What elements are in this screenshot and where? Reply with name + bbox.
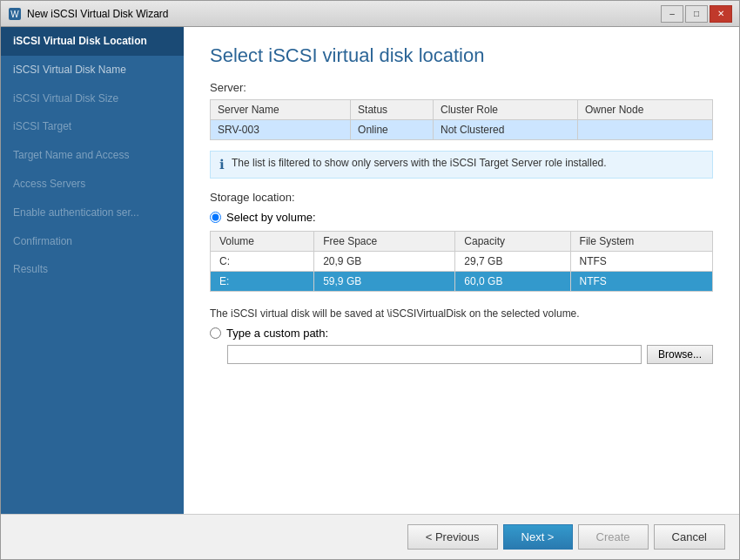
sidebar-item-iscsi-size: iSCSI Virtual Disk Size <box>1 84 184 113</box>
table-row[interactable]: C: 20,9 GB 29,7 GB NTFS <box>211 252 713 272</box>
select-by-volume-radio[interactable] <box>210 212 221 223</box>
cell-capacity: 29,7 GB <box>455 252 570 272</box>
col-server-name: Server Name <box>211 100 351 120</box>
sidebar-item-target-name: Target Name and Access <box>1 141 184 170</box>
storage-location-label: Storage location: <box>210 191 713 204</box>
svg-text:W: W <box>10 10 19 19</box>
sidebar-item-confirmation: Confirmation <box>1 227 184 256</box>
info-bar: ℹ The list is filtered to show only serv… <box>210 151 713 179</box>
cell-free-space: 59,9 GB <box>314 272 455 292</box>
title-bar: W New iSCSI Virtual Disk Wizard – □ ✕ <box>1 1 739 27</box>
vol-col-capacity: Capacity <box>455 232 570 252</box>
sidebar-item-iscsi-location[interactable]: iSCSI Virtual Disk Location <box>1 27 184 56</box>
table-row[interactable]: E: 59,9 GB 60,0 GB NTFS <box>211 272 713 292</box>
cell-server-name: SRV-003 <box>211 120 351 140</box>
title-bar-buttons: – □ ✕ <box>661 5 732 23</box>
radio-select-by-volume-row: Select by volume: <box>210 211 713 224</box>
custom-path-radio[interactable] <box>210 327 221 339</box>
title-bar-left: W New iSCSI Virtual Disk Wizard <box>8 7 168 21</box>
info-message: The list is filtered to show only server… <box>232 157 607 169</box>
col-cluster-role: Cluster Role <box>434 100 578 120</box>
cancel-button[interactable]: Cancel <box>654 524 725 550</box>
sidebar-item-results: Results <box>1 255 184 284</box>
vol-col-free-space: Free Space <box>314 232 455 252</box>
cell-capacity: 60,0 GB <box>455 272 570 292</box>
maximize-button[interactable]: □ <box>685 5 708 23</box>
custom-path-row: Type a custom path: <box>210 327 713 340</box>
cell-filesystem: NTFS <box>570 252 712 272</box>
previous-button[interactable]: < Previous <box>407 524 498 550</box>
sidebar-item-enable-auth: Enable authentication ser... <box>1 199 184 227</box>
sidebar-item-iscsi-target: iSCSI Target <box>1 112 184 141</box>
sidebar-item-iscsi-name[interactable]: iSCSI Virtual Disk Name <box>1 56 184 84</box>
wizard-body: iSCSI Virtual Disk Location iSCSI Virtua… <box>1 27 739 514</box>
wizard-window: W New iSCSI Virtual Disk Wizard – □ ✕ iS… <box>0 0 740 560</box>
save-path-text: The iSCSI virtual disk will be saved at … <box>210 307 713 320</box>
cell-volume: C: <box>211 252 314 272</box>
wizard-icon: W <box>8 7 22 21</box>
sidebar: iSCSI Virtual Disk Location iSCSI Virtua… <box>1 27 184 514</box>
server-label: Server: <box>210 81 713 94</box>
table-row[interactable]: SRV-003 Online Not Clustered <box>211 120 713 140</box>
title-bar-text: New iSCSI Virtual Disk Wizard <box>27 8 168 20</box>
create-button: Create <box>578 524 649 550</box>
cell-owner-node <box>578 120 713 140</box>
info-icon: ℹ <box>219 157 225 172</box>
custom-path-label[interactable]: Type a custom path: <box>226 327 328 340</box>
volume-table: Volume Free Space Capacity File System C… <box>210 231 713 292</box>
close-button[interactable]: ✕ <box>710 5 732 23</box>
col-owner-node: Owner Node <box>578 100 713 120</box>
col-status: Status <box>351 100 434 120</box>
browse-button[interactable]: Browse... <box>647 345 713 364</box>
custom-path-input[interactable] <box>227 345 642 364</box>
main-content: Select iSCSI virtual disk location Serve… <box>184 27 739 514</box>
next-button[interactable]: Next > <box>503 524 573 550</box>
vol-col-volume: Volume <box>211 232 314 252</box>
vol-col-filesystem: File System <box>570 232 712 252</box>
cell-filesystem: NTFS <box>570 272 712 292</box>
select-by-volume-label[interactable]: Select by volume: <box>226 211 316 224</box>
page-title: Select iSCSI virtual disk location <box>210 44 713 67</box>
server-table: Server Name Status Cluster Role Owner No… <box>210 99 713 140</box>
sidebar-item-access-servers: Access Servers <box>1 170 184 199</box>
minimize-button[interactable]: – <box>661 5 683 23</box>
cell-free-space: 20,9 GB <box>314 252 455 272</box>
cell-status: Online <box>351 120 434 140</box>
cell-volume: E: <box>211 272 314 292</box>
footer: < Previous Next > Create Cancel <box>1 514 739 559</box>
cell-cluster-role: Not Clustered <box>434 120 578 140</box>
